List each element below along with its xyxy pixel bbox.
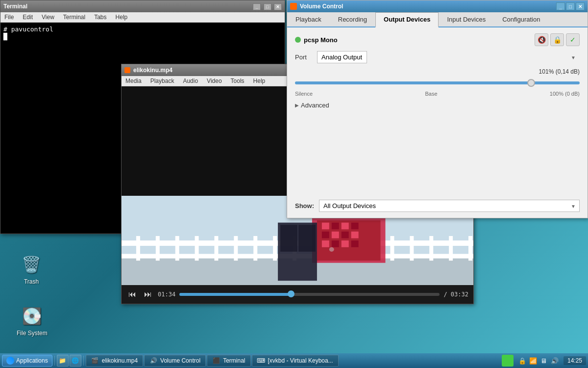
terminal-menu-file[interactable]: File [2, 13, 16, 21]
volume-close-btn[interactable]: ✕ [576, 2, 585, 10]
taskbar-sep1 [54, 356, 55, 366]
device-name: pcsp Mono [295, 36, 338, 44]
media-title-icon [124, 67, 130, 73]
terminal-menu-tabs[interactable]: Tabs [92, 13, 108, 21]
terminal-maximize-btn[interactable]: □ [264, 3, 271, 10]
terminal-close-btn[interactable]: ✕ [274, 3, 282, 10]
volume-spacer [295, 114, 580, 190]
volume-slider-handle[interactable] [527, 79, 535, 87]
show-label: Show: [295, 202, 314, 210]
show-row: Show: All Output Devices [295, 195, 580, 212]
taskbar-sep2 [83, 356, 84, 366]
tab-input-devices[interactable]: Input Devices [439, 12, 494, 26]
tab-playback[interactable]: Playback [287, 12, 330, 26]
taskbar-task-terminal[interactable]: ⬛ Terminal [207, 355, 250, 367]
taskbar-icon-files[interactable]: 📁 [57, 355, 69, 367]
terminal-menu-help[interactable]: Help [114, 13, 130, 21]
filesystem-icon-desktop[interactable]: 💽 File System [17, 304, 48, 337]
device-name-label: pcsp Mono [304, 36, 338, 44]
tab-output-devices[interactable]: Output Devices [375, 12, 439, 27]
volume-maximize-btn[interactable]: □ [566, 2, 575, 10]
device-mute-btn[interactable]: 🔇 [535, 33, 548, 46]
volume-minimize-btn[interactable]: _ [556, 2, 565, 10]
taskbar-terminal-icon: ⬛ [212, 357, 220, 365]
svg-rect-10 [253, 236, 257, 261]
svg-rect-32 [322, 240, 329, 247]
svg-rect-28 [322, 232, 329, 238]
volume-window-buttons: _ □ ✕ [556, 2, 585, 10]
terminal-menu-terminal[interactable]: Terminal [61, 13, 87, 21]
terminal-line1: # pavucontrol [3, 26, 53, 33]
media-menu-video[interactable]: Video [205, 77, 223, 85]
taskbar-icon-browser[interactable]: 🌐 [70, 355, 81, 367]
svg-rect-38 [298, 225, 316, 252]
device-row: pcsp Mono 🔇 🔒 ✓ [295, 33, 580, 46]
systray-display-icon[interactable]: 🖥 [539, 356, 549, 366]
systray-network-icon[interactable]: 📶 [528, 356, 538, 366]
taskbar-task-media[interactable]: 🎬 elikokinu.mp4 [86, 355, 143, 367]
applications-btn[interactable]: Applications [2, 355, 52, 367]
apps-icon [6, 357, 14, 365]
media-menu-media[interactable]: Media [123, 77, 144, 85]
taskbar-volume-icon: 🔊 [149, 357, 157, 365]
apps-label: Applications [16, 357, 48, 364]
terminal-window-buttons: _ □ ✕ [252, 3, 282, 10]
slider-label-hundred: 100% (0 dB) [550, 91, 580, 97]
taskbar-task-volume[interactable]: 🔊 Volume Control [144, 355, 206, 367]
media-menu-help[interactable]: Help [251, 77, 268, 85]
media-next-btn[interactable]: ⏭ [142, 289, 154, 300]
terminal-cursor: █ [3, 33, 7, 40]
media-menu-audio[interactable]: Audio [181, 77, 200, 85]
filesystem-label: File System [17, 330, 48, 337]
taskbar-volume-label: Volume Control [160, 357, 200, 364]
media-progress-bar[interactable] [179, 293, 440, 296]
taskbar-terminal-label: Terminal [223, 357, 245, 364]
taskbar-green-indicator[interactable] [502, 355, 514, 367]
taskbar-media-label: elikokinu.mp4 [102, 357, 138, 364]
taskbar-right: 🔒 📶 🖥 🔊 14:25 [502, 355, 586, 367]
terminal-minimize-btn[interactable]: _ [253, 3, 261, 10]
terminal-title: Terminal [3, 3, 27, 10]
taskbar: Applications 📁 🌐 🎬 elikokinu.mp4 🔊 Volum… [0, 353, 588, 368]
tab-configuration[interactable]: Configuration [494, 12, 548, 26]
show-select[interactable]: All Output Devices [319, 200, 580, 212]
systray-lock-icon[interactable]: 🔒 [517, 356, 527, 366]
svg-rect-7 [195, 236, 199, 261]
show-select-wrapper: All Output Devices [319, 200, 580, 212]
volume-body: pcsp Mono 🔇 🔒 ✓ Port Analog Output 101% … [287, 27, 588, 218]
svg-rect-29 [332, 232, 339, 238]
svg-rect-6 [175, 236, 179, 261]
media-title: elikokinu.mp4 [133, 67, 172, 74]
trash-label: Trash [24, 278, 39, 285]
svg-rect-17 [390, 236, 394, 261]
media-time-current: 01:34 [158, 291, 175, 298]
media-menu-playback[interactable]: Playback [148, 77, 176, 85]
advanced-row[interactable]: ▶ Advanced [295, 102, 580, 109]
svg-point-39 [329, 247, 334, 252]
device-lock-btn[interactable]: 🔒 [550, 33, 564, 46]
volume-title-icon [290, 3, 297, 10]
volume-slider-section: 101% (0,14 dB) Silence Base 100% (0 dB) [295, 68, 580, 97]
systray-volume-icon[interactable]: 🔊 [550, 356, 560, 366]
device-check-btn[interactable]: ✓ [566, 33, 580, 46]
trash-icon-desktop[interactable]: 🗑️ Trash [20, 253, 43, 285]
port-select[interactable]: Analog Output [317, 51, 367, 63]
volume-slider-track[interactable] [295, 78, 580, 88]
volume-title-left: Volume Control [290, 3, 343, 10]
media-controls: ⏮ ⏭ 01:34 / 03:32 [122, 285, 473, 304]
taskbar-task-keyboard[interactable]: ⌨ [xvkbd - Virtual Keyboa... [252, 355, 339, 367]
files-icon: 📁 [59, 357, 66, 364]
svg-rect-31 [351, 232, 359, 238]
svg-rect-20 [449, 236, 453, 261]
device-actions: 🔇 🔒 ✓ [535, 33, 580, 46]
volume-tabs: Playback Recording Output Devices Input … [287, 12, 588, 27]
port-label: Port [295, 53, 312, 61]
svg-rect-25 [332, 222, 339, 229]
port-select-wrapper: Analog Output [317, 51, 580, 63]
advanced-label: Advanced [301, 102, 329, 109]
tab-recording[interactable]: Recording [330, 12, 375, 26]
terminal-menu-edit[interactable]: Edit [21, 13, 35, 21]
terminal-menu-view[interactable]: View [40, 13, 56, 21]
media-menu-tools[interactable]: Tools [229, 77, 246, 85]
media-prev-btn[interactable]: ⏮ [126, 289, 138, 300]
